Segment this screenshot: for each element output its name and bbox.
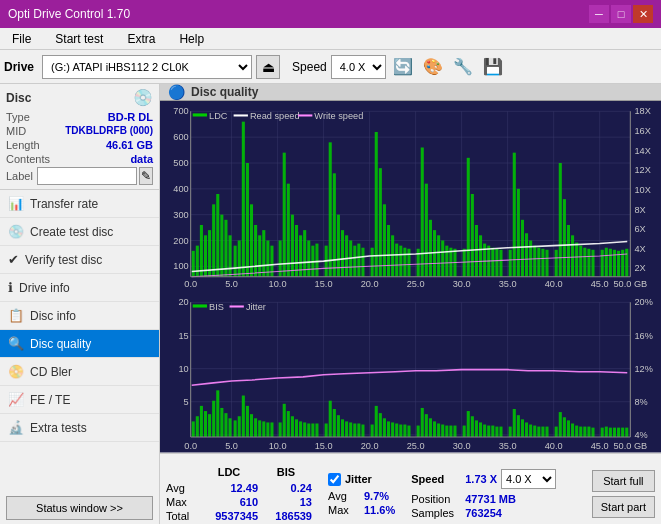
svg-rect-241 xyxy=(533,426,536,437)
svg-rect-189 xyxy=(295,419,298,437)
svg-rect-72 xyxy=(437,235,440,276)
drive-select[interactable]: (G:) ATAPI iHBS112 2 CL0K xyxy=(42,55,252,79)
status-window-button[interactable]: Status window >> xyxy=(6,496,153,520)
svg-rect-74 xyxy=(445,246,448,277)
svg-rect-233 xyxy=(495,427,498,437)
svg-rect-204 xyxy=(361,425,364,437)
svg-rect-17 xyxy=(192,251,195,277)
jitter-checkbox[interactable] xyxy=(328,473,341,486)
close-button[interactable]: ✕ xyxy=(633,5,653,23)
verify-test-disc-icon: ✔ xyxy=(8,252,19,267)
svg-rect-89 xyxy=(517,189,520,277)
svg-text:5: 5 xyxy=(184,397,189,407)
sidebar-item-disc-info[interactable]: 📋 Disc info xyxy=(0,302,159,330)
menu-file[interactable]: File xyxy=(4,30,39,48)
quality-icon: 🔵 xyxy=(168,84,185,100)
settings-button[interactable]: 🎨 xyxy=(420,54,446,80)
minimize-button[interactable]: ─ xyxy=(589,5,609,23)
speed-select[interactable]: 4.0 X 1.0 X 2.0 X 8.0 X xyxy=(331,55,386,79)
svg-rect-231 xyxy=(487,426,490,437)
start-part-button[interactable]: Start part xyxy=(592,496,655,518)
svg-rect-170 xyxy=(212,401,215,437)
nav-items: 📊 Transfer rate 💿 Create test disc ✔ Ver… xyxy=(0,190,159,492)
svg-rect-236 xyxy=(513,409,516,437)
bis-col-header: BIS xyxy=(260,466,312,478)
refresh-button[interactable]: 🔄 xyxy=(390,54,416,80)
svg-rect-178 xyxy=(246,406,249,437)
menu-start-test[interactable]: Start test xyxy=(47,30,111,48)
svg-rect-190 xyxy=(299,422,302,438)
stats-panel: LDC BIS Avg 12.49 0.24 Max 610 13 Total … xyxy=(160,453,661,524)
svg-rect-195 xyxy=(325,424,328,437)
svg-text:12X: 12X xyxy=(634,165,650,175)
avg-bis: 0.24 xyxy=(260,482,312,494)
svg-rect-226 xyxy=(467,411,470,437)
top-chart: 700 600 500 400 300 200 100 18X 16X 14X … xyxy=(160,101,661,292)
sidebar-item-verify-test-disc[interactable]: ✔ Verify test disc xyxy=(0,246,159,274)
svg-rect-245 xyxy=(555,427,558,437)
svg-rect-70 xyxy=(429,220,432,277)
svg-rect-81 xyxy=(479,235,482,276)
svg-text:50.0 GB: 50.0 GB xyxy=(613,279,647,289)
chart-area: 🔵 Disc quality xyxy=(160,84,661,524)
svg-rect-167 xyxy=(200,406,203,437)
menu-help[interactable]: Help xyxy=(171,30,212,48)
svg-rect-242 xyxy=(537,427,540,437)
svg-rect-186 xyxy=(283,404,286,437)
type-value: BD-R DL xyxy=(108,111,153,123)
menu-extra[interactable]: Extra xyxy=(119,30,163,48)
svg-rect-73 xyxy=(441,240,444,276)
svg-rect-177 xyxy=(242,396,245,437)
create-test-disc-icon: 💿 xyxy=(8,224,24,239)
svg-rect-252 xyxy=(583,427,586,437)
svg-rect-87 xyxy=(509,250,512,277)
svg-rect-253 xyxy=(587,427,590,437)
sidebar-item-create-test-disc[interactable]: 💿 Create test disc xyxy=(0,218,159,246)
svg-rect-29 xyxy=(242,122,245,277)
svg-rect-78 xyxy=(467,158,470,277)
drive-label: Drive xyxy=(4,60,34,74)
disc-icon: 💿 xyxy=(133,88,153,107)
speed-stat-label: Speed xyxy=(411,473,461,485)
label-input[interactable] xyxy=(37,167,137,185)
svg-rect-44 xyxy=(307,240,310,276)
svg-rect-80 xyxy=(475,225,478,277)
eject-button[interactable]: ⏏ xyxy=(256,55,280,79)
total-label: Total xyxy=(166,510,198,522)
speed-stat-value: 1.73 X xyxy=(465,473,497,485)
sidebar-item-disc-quality[interactable]: 🔍 Disc quality xyxy=(0,330,159,358)
svg-rect-64 xyxy=(399,246,402,277)
position-label: Position xyxy=(411,493,461,505)
svg-rect-222 xyxy=(445,426,448,437)
svg-rect-100 xyxy=(567,225,570,277)
save-button[interactable]: 💾 xyxy=(480,54,506,80)
sidebar-item-drive-info[interactable]: ℹ Drive info xyxy=(0,274,159,302)
svg-text:Read speed: Read speed xyxy=(250,111,300,121)
create-test-disc-label: Create test disc xyxy=(30,225,113,239)
svg-rect-229 xyxy=(479,423,482,437)
sidebar-item-fe-te[interactable]: 📈 FE / TE xyxy=(0,386,159,414)
svg-rect-246 xyxy=(559,412,562,437)
sidebar-item-transfer-rate[interactable]: 📊 Transfer rate xyxy=(0,190,159,218)
label-edit-button[interactable]: ✎ xyxy=(139,167,153,185)
svg-rect-109 xyxy=(609,249,612,277)
speed-label: Speed xyxy=(292,60,327,74)
svg-text:8X: 8X xyxy=(634,205,645,215)
svg-rect-23 xyxy=(216,194,219,277)
maximize-button[interactable]: □ xyxy=(611,5,631,23)
sidebar-item-cd-bler[interactable]: 📀 CD Bler xyxy=(0,358,159,386)
start-full-button[interactable]: Start full xyxy=(592,470,655,492)
svg-rect-206 xyxy=(375,406,378,437)
svg-rect-255 xyxy=(601,428,604,437)
svg-rect-232 xyxy=(491,426,494,437)
tools-button[interactable]: 🔧 xyxy=(450,54,476,80)
cd-bler-label: CD Bler xyxy=(30,365,72,379)
svg-rect-184 xyxy=(270,423,273,437)
svg-text:16%: 16% xyxy=(634,331,652,341)
svg-rect-22 xyxy=(212,204,215,276)
sidebar-item-extra-tests[interactable]: 🔬 Extra tests xyxy=(0,414,159,442)
svg-rect-192 xyxy=(307,424,310,437)
svg-text:2X: 2X xyxy=(634,263,645,273)
svg-rect-69 xyxy=(425,184,428,277)
speed-stat-select[interactable]: 4.0 X xyxy=(501,469,556,489)
